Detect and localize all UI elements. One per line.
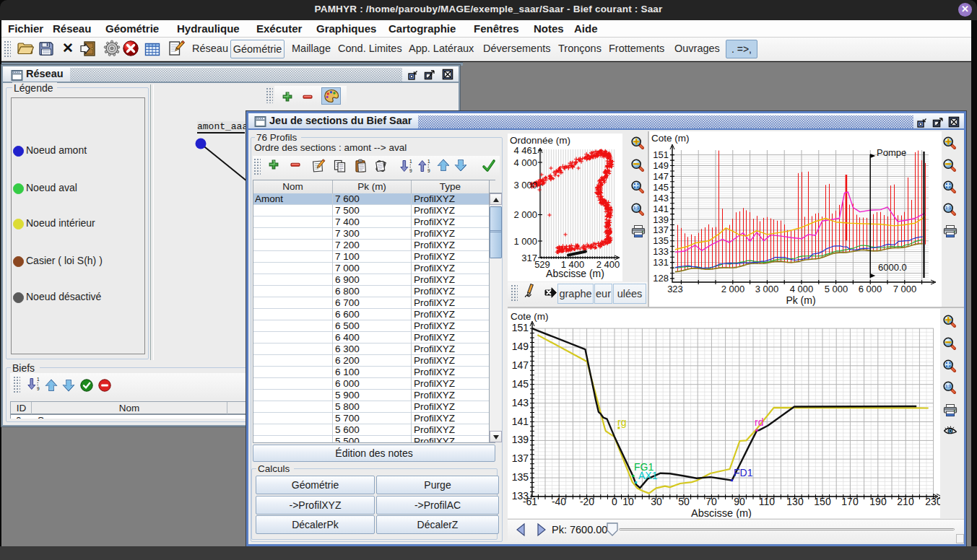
svg-text:9: 9 bbox=[427, 168, 430, 173]
svg-text:135: 135 bbox=[512, 471, 529, 483]
svg-text:1:1: 1:1 bbox=[945, 385, 951, 389]
svg-text:7 000: 7 000 bbox=[893, 284, 917, 294]
svg-text:1: 1 bbox=[37, 377, 40, 382]
svg-text:1 000: 1 000 bbox=[513, 236, 537, 247]
svg-text:133: 133 bbox=[653, 246, 669, 257]
svg-text:151: 151 bbox=[512, 322, 529, 333]
svg-text:323: 323 bbox=[667, 284, 683, 294]
svg-text:90: 90 bbox=[734, 496, 745, 507]
svg-text:10: 10 bbox=[622, 496, 634, 507]
svg-text:30: 30 bbox=[651, 496, 662, 507]
svg-text:141: 141 bbox=[512, 416, 529, 427]
svg-text:133: 133 bbox=[512, 490, 529, 502]
svg-text:149: 149 bbox=[653, 160, 669, 171]
svg-text:Abscisse (m): Abscisse (m) bbox=[691, 507, 752, 518]
svg-text:-40: -40 bbox=[552, 496, 566, 507]
svg-text:4 461: 4 461 bbox=[513, 145, 537, 156]
svg-text:70: 70 bbox=[705, 496, 717, 507]
svg-text:145: 145 bbox=[653, 182, 669, 193]
svg-text:50: 50 bbox=[678, 496, 690, 507]
svg-text:139: 139 bbox=[653, 214, 669, 225]
svg-text:Pk (m): Pk (m) bbox=[786, 294, 815, 306]
svg-text:139: 139 bbox=[512, 434, 529, 445]
svg-text:FD1: FD1 bbox=[734, 467, 753, 478]
svg-text:190: 190 bbox=[869, 496, 887, 507]
svg-text:128: 128 bbox=[653, 273, 669, 284]
svg-text:1:1: 1:1 bbox=[945, 206, 951, 210]
svg-text:2 000: 2 000 bbox=[513, 209, 537, 220]
svg-text:6 000: 6 000 bbox=[859, 284, 882, 294]
svg-text:150: 150 bbox=[814, 496, 831, 507]
svg-text:137: 137 bbox=[512, 452, 529, 464]
svg-text:131: 131 bbox=[653, 257, 669, 268]
svg-text:147: 147 bbox=[653, 171, 669, 182]
svg-text:2 000: 2 000 bbox=[721, 284, 745, 294]
svg-text:1: 1 bbox=[409, 159, 412, 164]
svg-text:rg: rg bbox=[617, 416, 626, 428]
svg-text:149: 149 bbox=[512, 341, 529, 352]
svg-text:4 000: 4 000 bbox=[790, 284, 814, 294]
svg-text:0: 0 bbox=[612, 496, 617, 507]
svg-text:Ordonnée (m): Ordonnée (m) bbox=[510, 135, 570, 146]
svg-text:Abscisse (m): Abscisse (m) bbox=[546, 268, 604, 279]
svg-text:147: 147 bbox=[512, 359, 529, 371]
svg-text:145: 145 bbox=[512, 378, 529, 390]
svg-text:1:1: 1:1 bbox=[633, 206, 639, 210]
svg-text:170: 170 bbox=[841, 496, 859, 507]
svg-text:141: 141 bbox=[653, 204, 669, 214]
svg-text:143: 143 bbox=[512, 397, 529, 408]
svg-text:-20: -20 bbox=[580, 496, 594, 507]
svg-text:1: 1 bbox=[427, 159, 430, 164]
svg-text:151: 151 bbox=[653, 149, 669, 160]
svg-text:rd: rd bbox=[755, 416, 763, 428]
svg-text:AX1: AX1 bbox=[638, 470, 658, 481]
svg-text:4 000: 4 000 bbox=[513, 157, 537, 168]
svg-text:Cote (m): Cote (m) bbox=[511, 311, 549, 322]
svg-text:9: 9 bbox=[409, 168, 412, 173]
svg-text:Pompe: Pompe bbox=[877, 147, 906, 158]
svg-text:Cote (m): Cote (m) bbox=[651, 133, 690, 144]
svg-text:6000.0: 6000.0 bbox=[878, 262, 907, 273]
svg-text:210: 210 bbox=[897, 496, 914, 507]
svg-text:130: 130 bbox=[786, 496, 804, 507]
svg-text:143: 143 bbox=[653, 193, 669, 204]
svg-text:9: 9 bbox=[37, 386, 40, 391]
svg-text:3 000: 3 000 bbox=[513, 180, 537, 191]
svg-text:137: 137 bbox=[653, 224, 669, 235]
svg-text:110: 110 bbox=[759, 496, 776, 507]
svg-text:3 000: 3 000 bbox=[755, 284, 779, 294]
svg-text:230: 230 bbox=[925, 496, 940, 507]
svg-text:135: 135 bbox=[653, 235, 669, 246]
svg-text:5 000: 5 000 bbox=[825, 284, 848, 294]
